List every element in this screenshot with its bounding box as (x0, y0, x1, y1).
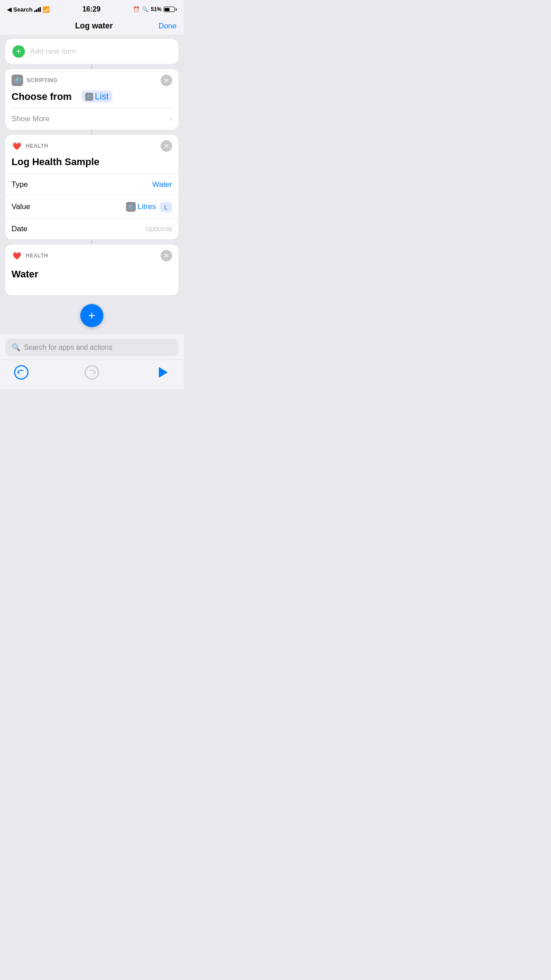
signal-bars-icon (34, 7, 41, 12)
main-content: + Add new item ⚙️ SCRIPTING ✕ Choose fro… (0, 36, 184, 334)
date-field-label: Date (12, 225, 28, 233)
add-button-container: + (5, 295, 178, 334)
health-header-left-1: ❤️ HEALTH (12, 141, 48, 151)
svg-point-1 (85, 366, 98, 379)
health-action-title: Log Health Sample (5, 155, 178, 174)
status-left: ◀ Search 📶 (7, 6, 50, 13)
value-field-row[interactable]: Value ⚙️ Litres L (5, 195, 178, 218)
search-placeholder: Search for apps and actions (24, 344, 112, 352)
type-field-row[interactable]: Type Water (5, 174, 178, 195)
show-more-label: Show More (12, 115, 50, 123)
svg-point-0 (15, 366, 28, 379)
undo-button[interactable] (13, 364, 29, 380)
connector-1 (91, 64, 92, 69)
health-category-label-2: HEALTH (26, 253, 48, 259)
scripting-close-button[interactable]: ✕ (161, 75, 172, 86)
litres-text: Litres (138, 202, 156, 211)
add-item-icon: + (12, 45, 25, 58)
list-badge-icon: ⚙️ (85, 93, 93, 101)
scripting-title: Choose from (12, 91, 72, 103)
status-time: 16:29 (83, 5, 101, 13)
health-card-1-header: ❤️ HEALTH ✕ (5, 135, 178, 155)
l-badge[interactable]: L (160, 202, 172, 212)
health-header-left-2: ❤️ HEALTH (12, 250, 48, 261)
scripting-header-left: ⚙️ SCRIPTING (12, 75, 58, 86)
status-bar: ◀ Search 📶 16:29 ⏰ 🔍 51% (0, 0, 184, 18)
date-field-value: optional (146, 225, 172, 233)
scripting-card-header: ⚙️ SCRIPTING ✕ (5, 69, 178, 90)
health-card-2: ❤️ HEALTH ✕ Water (5, 245, 178, 295)
litres-icon: ⚙️ (126, 202, 136, 212)
list-badge[interactable]: ⚙️ List (82, 91, 112, 103)
battery-percent: 51% (151, 6, 161, 12)
health-card-1-close-button[interactable]: ✕ (161, 140, 172, 152)
location-icon: 🔍 (142, 6, 149, 12)
status-right: ⏰ 🔍 51% (133, 6, 177, 12)
undo-icon (14, 365, 29, 380)
health-icon-1: ❤️ (12, 141, 22, 151)
search-bar-container: 🔍 Search for apps and actions (0, 334, 184, 360)
connector-2 (91, 130, 92, 135)
litres-badge[interactable]: ⚙️ Litres (126, 201, 156, 213)
redo-button[interactable] (84, 364, 100, 380)
connector-3 (91, 239, 92, 245)
health-card-2-close-button[interactable]: ✕ (161, 250, 172, 261)
search-bar[interactable]: 🔍 Search for apps and actions (5, 339, 178, 356)
type-field-label: Type (12, 180, 28, 189)
scripting-category-label: SCRIPTING (27, 77, 58, 83)
play-button[interactable] (154, 364, 170, 380)
health-icon-2: ❤️ (12, 250, 22, 261)
done-button[interactable]: Done (158, 22, 177, 31)
battery-icon (164, 7, 177, 12)
add-item-label: Add new item (30, 47, 76, 56)
search-icon: 🔍 (12, 343, 20, 352)
nav-bar: Log water Done (0, 18, 184, 36)
date-field-row[interactable]: Date optional (5, 218, 178, 239)
health-card-1: ❤️ HEALTH ✕ Log Health Sample Type Water… (5, 135, 178, 239)
value-field-label: Value (12, 202, 30, 211)
wifi-icon: 📶 (43, 6, 50, 13)
scripting-title-row: Choose from ⚙️ List (5, 90, 178, 108)
scripting-card: ⚙️ SCRIPTING ✕ Choose from ⚙️ List Show … (5, 69, 178, 130)
redo-icon (84, 365, 99, 380)
list-badge-text: List (95, 91, 109, 102)
scripting-icon: ⚙️ (12, 75, 23, 86)
add-item-card[interactable]: + Add new item (5, 39, 178, 64)
alarm-icon: ⏰ (133, 6, 140, 12)
back-arrow-icon: ◀ (7, 6, 12, 13)
add-action-button[interactable]: + (80, 304, 103, 327)
type-field-value: Water (152, 180, 172, 189)
value-field-value-row: ⚙️ Litres L (126, 201, 172, 213)
play-icon (159, 367, 168, 378)
bottom-toolbar (0, 360, 184, 389)
health-card-2-header: ❤️ HEALTH ✕ (5, 245, 178, 265)
water-title: Water (5, 265, 178, 286)
carrier-label: Search (13, 6, 32, 13)
chevron-right-icon: › (170, 115, 172, 123)
health-category-label-1: HEALTH (26, 143, 48, 149)
show-more-row[interactable]: Show More › (5, 108, 178, 130)
nav-title: Log water (75, 21, 113, 31)
